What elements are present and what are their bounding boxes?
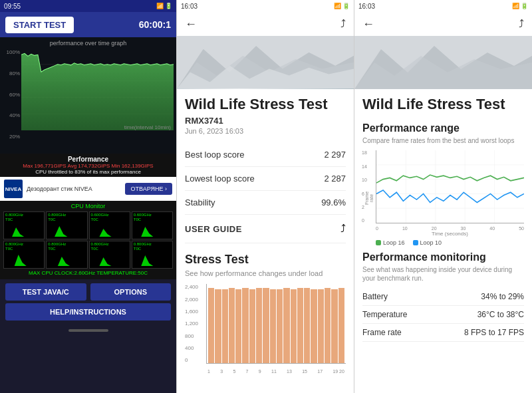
bar-3: [222, 289, 228, 364]
p3-temperature-label: Temperature: [362, 310, 407, 319]
panel-wild-life-stress-detail: 16:03 📶 🔋 ← ⤴ Wild Life Stress Test Perf…: [354, 0, 532, 393]
loop10-line: [376, 190, 524, 203]
loop16-line: [376, 175, 524, 183]
bar-20: [338, 288, 344, 363]
cpu-cell-0: 0.800GHzT0C: [3, 211, 45, 239]
cpu-cell-6-label: 0.800GHzT0C: [90, 241, 130, 251]
legend-loop10-label: Loop 10: [420, 239, 442, 246]
perf-throttle: CPU throttled to 83% of its max performa…: [3, 169, 173, 175]
bar-11: [277, 289, 283, 364]
panel-wild-life-stress: 16:03 📶 🔋 ← ⤴ Wild Life Stress Test RMX3…: [176, 0, 354, 393]
p3-battery-value: 34% to 29%: [481, 292, 524, 301]
bar-14: [297, 288, 303, 363]
graph-x-label: time(interval 10min): [124, 124, 171, 130]
p3-perf-monitoring-title: Performance monitoring: [362, 251, 524, 263]
home-bar: [68, 329, 108, 332]
p3-chart-x-labels: 0 10 20 30 40 50: [376, 226, 524, 231]
cpu-graph-7: [132, 251, 172, 266]
p2-lowest-loop-label: Lowest loop score: [185, 174, 255, 184]
cpu-cell-3-label: 0.600GHzT0C: [132, 212, 172, 222]
p2-bar-chart: [206, 284, 346, 364]
cpu-cell-2-label: 0.600GHzT0C: [90, 212, 130, 222]
options-button[interactable]: OPTIONS: [90, 283, 172, 301]
cpu-monitor-title: CPU Monitor: [3, 203, 173, 209]
p1-btn-row-1: TEST JAVA/C OPTIONS: [5, 283, 171, 301]
p3-battery-icon: 🔋: [521, 3, 528, 9]
p3-content-area: Performance range Compare frame rates fr…: [354, 116, 532, 393]
p3-framerate-label: Frame rate: [362, 328, 402, 337]
cpu-cell-2: 0.600GHzT0C: [89, 211, 130, 239]
p1-cpu-monitor: CPU Monitor 0.800GHzT0C 0.800GHzT0C 0.60…: [0, 201, 176, 279]
p3-status-icons: 📶 🔋: [512, 3, 528, 9]
p3-page-title: Wild Life Stress Test: [354, 89, 532, 116]
cpu-cell-4: 0.800GHzT0C: [3, 241, 45, 269]
cpu-cell-1-label: 0.800GHzT0C: [47, 212, 86, 222]
p2-wifi-icon: 📶: [334, 3, 341, 9]
bar-12: [283, 288, 289, 363]
bar-10: [270, 289, 276, 364]
cpu-cell-1: 0.800GHzT0C: [46, 211, 87, 239]
cpu-cell-7: 0.800GHzT0C: [132, 241, 173, 269]
cpu-cell-6: 0.800GHzT0C: [89, 241, 130, 269]
p3-battery-label: Battery: [362, 292, 388, 301]
p2-best-loop-label: Best loop score: [185, 150, 245, 160]
test-java-button[interactable]: TEST JAVA/C: [5, 283, 86, 301]
cpu-cell-0-label: 0.800GHzT0C: [4, 212, 44, 222]
p2-user-guide-label: USER GUIDE: [185, 224, 242, 234]
p2-chart-x-labels: 1 3 5 7 9 11 13 15 17 19 20: [206, 369, 346, 374]
p3-time: 16:03: [358, 3, 375, 10]
p1-ad-banner[interactable]: NIVEA Дезодорант стик NIVEA ОТВАРЯНЕ ›: [0, 177, 176, 201]
p2-bars: [207, 284, 346, 363]
cpu-graph-5: [47, 251, 86, 266]
p2-content-area: RMX3741 Jun 6, 2023 16:03 Best loop scor…: [177, 116, 354, 393]
p3-share-button[interactable]: ⤴: [519, 18, 524, 30]
cpu-grid: 0.800GHzT0C 0.800GHzT0C 0.600GHzT0C 0.60…: [3, 211, 173, 269]
p3-hero-image: [354, 36, 532, 89]
bar-9: [263, 288, 269, 363]
ad-logo: NIVEA: [4, 180, 23, 198]
p2-stability-row: Stability 99.6%: [185, 191, 346, 215]
bar-16: [311, 289, 317, 364]
p2-user-guide-row[interactable]: USER GUIDE ⤴: [185, 215, 346, 243]
graph-title: performance over time graph: [3, 40, 174, 47]
p3-wifi-icon: 📶: [512, 3, 519, 9]
p2-topbar: ← ⤴: [177, 12, 354, 36]
bar-13: [291, 289, 297, 364]
battery-icon: 🔋: [165, 3, 172, 9]
ad-open-button[interactable]: ОТВАРЯНЕ ›: [125, 183, 172, 195]
cpu-cell-5-label: 0.800GHzT0C: [47, 241, 86, 251]
p3-statusbar: 16:03 📶 🔋: [354, 0, 532, 12]
p2-chart-y-labels: 2,400 2,000 1,600 1,200 800 400 0: [185, 284, 198, 363]
p3-x-axis-label: Time (seconds): [376, 231, 524, 237]
bar-7: [249, 289, 255, 364]
p1-status-icons: 📶 🔋: [156, 3, 172, 9]
p2-bar-chart-container: 2,400 2,000 1,600 1,200 800 400 0: [185, 284, 346, 374]
start-test-button[interactable]: START TEST: [5, 17, 74, 33]
p3-back-button[interactable]: ←: [362, 17, 374, 31]
legend-loop10-color: [413, 240, 418, 245]
bar-4: [229, 288, 235, 363]
p2-stability-value: 99.6%: [321, 197, 346, 207]
graph-y-labels: 100% 80% 60% 40% 20%: [3, 48, 21, 141]
bar-5: [235, 289, 241, 364]
p2-share-icon[interactable]: ⤴: [340, 223, 346, 235]
bar-18: [325, 288, 331, 363]
p2-stress-title: Stress Test: [185, 253, 346, 267]
p3-mountain-svg: [354, 36, 532, 89]
cpu-cell-7-label: 0.800GHzT0C: [132, 241, 172, 251]
legend-loop16-color: [376, 240, 381, 245]
legend-loop16-label: Loop 16: [383, 239, 405, 246]
help-instructions-button[interactable]: HELP/INSTRUCTIONS: [5, 303, 171, 321]
p1-perf-info: Performance Max 196,771GIPS Avg 174,732G…: [0, 154, 176, 177]
cpu-cell-5: 0.800GHzT0C: [46, 241, 87, 269]
bar-8: [256, 288, 262, 363]
back-button[interactable]: ←: [185, 17, 197, 31]
perf-stats: Max 196,771GIPS Avg 174,732GIPS Min 162,…: [3, 163, 173, 169]
graph-main-area: time(interval 10min): [21, 48, 174, 130]
share-button[interactable]: ⤴: [340, 18, 346, 30]
cpu-graph-3: [132, 222, 172, 237]
bar-19: [331, 289, 337, 364]
p2-lowest-loop-row: Lowest loop score 2 287: [185, 167, 346, 191]
p2-best-loop-value: 2 297: [324, 150, 346, 160]
p2-lowest-loop-value: 2 287: [324, 174, 346, 184]
